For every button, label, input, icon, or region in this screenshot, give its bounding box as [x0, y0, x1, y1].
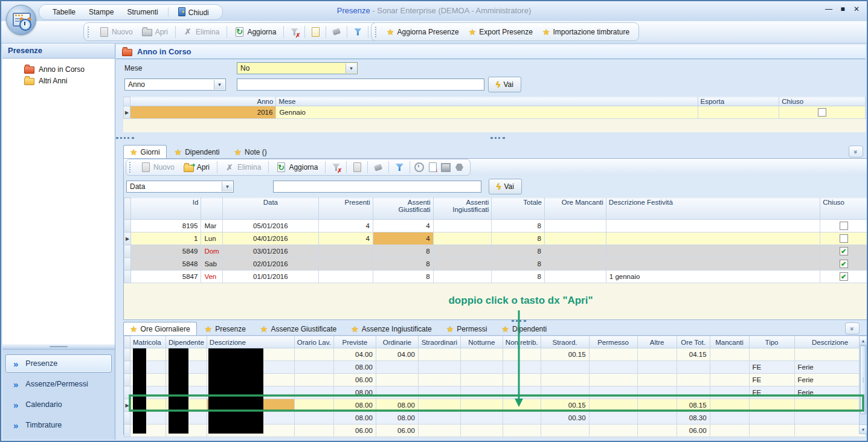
eraser-icon[interactable]	[373, 162, 383, 172]
ore-cell[interactable]	[710, 374, 749, 386]
ore-cell[interactable]	[418, 361, 460, 374]
ore-cell[interactable]	[710, 386, 749, 399]
ore-cell[interactable]	[294, 412, 333, 424]
hexagon-icon[interactable]	[454, 162, 464, 172]
giorni-vai-button[interactable]: ϟVai	[489, 179, 522, 194]
assenti-giustificati-cell[interactable]: 4	[373, 220, 433, 232]
scroll-up-icon[interactable]: ▲	[860, 336, 867, 345]
eraser-icon[interactable]	[332, 27, 341, 37]
tab-note[interactable]: ★Note ()	[228, 145, 274, 158]
id-cell[interactable]: 1	[130, 232, 201, 245]
assenti-ingiustificati-cell[interactable]	[433, 258, 492, 271]
col-chiuso[interactable]: Chiuso	[820, 198, 867, 220]
splitter-grip-dots[interactable]	[490, 137, 505, 139]
totale-cell[interactable]: 8	[492, 232, 545, 245]
ore-cell[interactable]: 08.30	[677, 412, 710, 424]
ore-cell[interactable]	[376, 361, 418, 374]
ore-cell[interactable]	[294, 361, 333, 374]
minimize-button[interactable]: —	[825, 5, 833, 13]
giorni-table-row[interactable]: 8195Mar05/01/2016448	[124, 220, 867, 232]
scrollbar-thumb[interactable]	[860, 345, 866, 414]
presenti-cell[interactable]: 4	[319, 232, 373, 245]
ore-cell[interactable]	[418, 412, 460, 424]
ore-cell[interactable]	[637, 348, 677, 361]
ore-cell[interactable]	[589, 361, 637, 374]
col-descrizione[interactable]: Descrizione	[207, 336, 294, 348]
tab-ore-giornaliere[interactable]: ★Ore Giornaliere	[123, 322, 197, 335]
id-cell[interactable]: 8195	[130, 220, 201, 232]
col-ore-mancanti[interactable]: Ore Mancanti	[544, 198, 606, 220]
ore-cell[interactable]	[637, 361, 677, 374]
tab-dipendenti-bottom[interactable]: ★Dipendenti	[495, 322, 553, 335]
ore-cell[interactable]	[503, 374, 541, 386]
data-cell[interactable]: 04/01/2016	[222, 232, 318, 245]
col-data[interactable]: Data	[222, 198, 318, 220]
ore-cell[interactable]	[294, 348, 333, 361]
ore-cell[interactable]: 08.15	[677, 399, 710, 412]
ore-cell[interactable]	[503, 399, 541, 412]
giorno-cell[interactable]: Lun	[201, 232, 222, 245]
ore-mancanti-cell[interactable]	[544, 220, 606, 232]
ore-cell[interactable]: FE	[749, 361, 794, 374]
giorni-apri-button[interactable]: ➜Apri	[180, 161, 214, 174]
esporta-cell[interactable]	[698, 106, 779, 119]
col-matricola[interactable]: Matricola	[130, 336, 166, 348]
ore-cell[interactable]	[710, 399, 749, 412]
giorni-nuovo-button[interactable]: Nuovo	[137, 161, 179, 174]
giorno-cell[interactable]: Sab	[201, 258, 222, 271]
col-anno[interactable]: Anno	[130, 97, 275, 106]
ore-cell[interactable]	[503, 361, 541, 374]
assenti-ingiustificati-cell[interactable]	[433, 245, 492, 258]
aggiorna-presenze-button[interactable]: ★Aggiorna Presenze	[382, 26, 463, 38]
importazione-timbrature-button[interactable]: ★Importazione timbrature	[538, 26, 634, 38]
menu-chiudi[interactable]: Chiudi	[172, 5, 215, 19]
ore-cell[interactable]	[418, 374, 460, 386]
giorni-table-row[interactable]: 5849Dom03/01/201688✔	[124, 245, 867, 258]
ore-cell[interactable]	[460, 361, 503, 374]
ore-cell[interactable]	[749, 424, 794, 437]
col-orario-lav-[interactable]: Orario Lav.	[294, 336, 333, 348]
field-selector-combobox[interactable]: Anno▼	[124, 78, 226, 91]
ore-cell[interactable]	[460, 399, 503, 412]
col-giorno[interactable]	[201, 198, 222, 220]
tree-item-anno-in-corso[interactable]: Anno in Corso	[2, 63, 115, 75]
ore-cell[interactable]	[749, 399, 794, 412]
vai-button[interactable]: ϟVai	[488, 77, 521, 92]
ore-cell[interactable]	[294, 424, 333, 437]
grid-window-icon[interactable]	[441, 162, 451, 172]
col-totale[interactable]: Totale	[492, 198, 545, 220]
ore-cell[interactable]	[677, 361, 710, 374]
col-assenti-ingiustificati[interactable]: Assenti Ingiustificati	[433, 198, 492, 220]
totale-cell[interactable]: 8	[492, 271, 545, 283]
assenti-ingiustificati-cell[interactable]	[433, 232, 492, 245]
col-permesso[interactable]: Permesso	[589, 336, 637, 348]
clock-icon[interactable]	[414, 162, 424, 172]
tab-assenze-giustificate[interactable]: ★Assenze Giustificate	[254, 322, 343, 335]
chiuso-checkbox[interactable]	[840, 234, 848, 243]
toolbar-grip[interactable]	[88, 27, 91, 37]
tab-giorni[interactable]: ★Giorni	[123, 145, 167, 158]
chiuso-checkbox[interactable]: ✔	[840, 247, 848, 255]
tab-dipendenti[interactable]: ★Dipendenti	[168, 145, 227, 158]
filter-clear-icon[interactable]: ✗	[289, 27, 299, 37]
ore-cell[interactable]	[418, 348, 460, 361]
ore-cell[interactable]	[503, 386, 541, 399]
ore-cell[interactable]	[589, 412, 637, 424]
col-non-retrib-[interactable]: Non retrib.	[503, 336, 541, 348]
ore-cell[interactable]	[460, 412, 503, 424]
ore-cell[interactable]	[589, 374, 637, 386]
ore-mancanti-cell[interactable]	[544, 245, 606, 258]
col-esporta[interactable]: Esporta	[698, 97, 779, 106]
menu-stampe[interactable]: Stampe	[83, 6, 120, 18]
menu-strumenti[interactable]: Strumenti	[121, 6, 164, 18]
ore-cell[interactable]: 08.00	[333, 361, 376, 374]
nav-item-assenze-permessi[interactable]: »Assenze/Permessi	[5, 375, 112, 393]
col-ore-tot-[interactable]: Ore Tot.	[677, 336, 710, 348]
ore-cell[interactable]	[541, 386, 589, 399]
anno-cell[interactable]: 2016	[130, 106, 275, 119]
giorni-aggiorna-button[interactable]: ↻Aggiorna	[272, 161, 322, 174]
toolbar-grip[interactable]	[129, 162, 132, 173]
chevron-down-icon[interactable]: ▼	[222, 182, 233, 191]
giorni-table-row[interactable]: ▶1Lun04/01/2016448	[124, 232, 867, 245]
ore-cell[interactable]	[710, 424, 749, 437]
